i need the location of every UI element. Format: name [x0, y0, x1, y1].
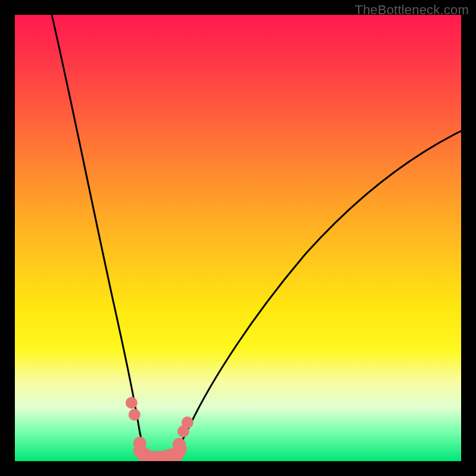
highlight-dot [173, 438, 186, 451]
curve-left-branch [52, 15, 147, 455]
plot-area [15, 15, 461, 461]
chart-frame: TheBottleneck.com [0, 0, 476, 476]
optimal-region-marker [140, 449, 180, 459]
highlight-dot [126, 397, 137, 409]
watermark-text: TheBottleneck.com [355, 2, 469, 18]
curve-right-branch [174, 131, 461, 455]
bottleneck-curve [15, 15, 461, 461]
highlight-dot [133, 437, 146, 450]
highlight-dot [129, 409, 140, 421]
highlight-dot [181, 416, 193, 428]
